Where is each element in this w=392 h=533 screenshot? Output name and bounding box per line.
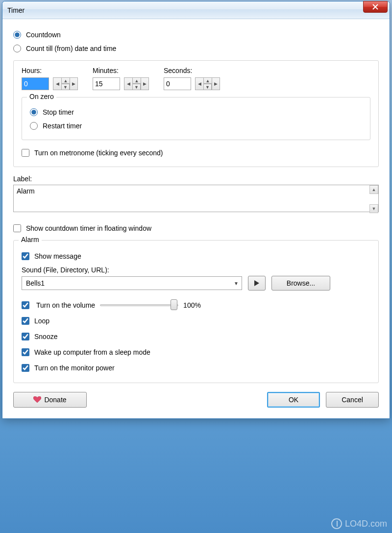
countdown-radio-input[interactable] — [13, 31, 21, 39]
donate-label: Donate — [44, 396, 66, 404]
seconds-column: Seconds: ◀ ▲ ▼ ▶ — [164, 67, 220, 90]
seconds-spinner: ◀ ▲ ▼ ▶ — [195, 77, 220, 90]
minutes-spinner: ◀ ▲ ▼ ▶ — [124, 77, 149, 90]
sound-caption: Sound (File, Directory, URL): — [22, 266, 370, 274]
seconds-up-button[interactable]: ▲ — [203, 77, 212, 84]
watermark: LO4D.com — [331, 518, 387, 529]
minutes-label: Minutes: — [93, 67, 149, 74]
count-till-radio-label: Count till (from) date and time — [26, 45, 116, 52]
volume-checkbox-input[interactable] — [22, 301, 29, 309]
alarm-group: Alarm Show message Sound (File, Director… — [13, 240, 379, 383]
minutes-right-button[interactable]: ▶ — [141, 77, 149, 90]
hours-down-button[interactable]: ▼ — [61, 84, 70, 90]
close-icon — [372, 4, 378, 10]
restart-timer-label: Restart timer — [43, 122, 82, 130]
restart-timer-radio[interactable]: Restart timer — [30, 119, 362, 133]
countdown-radio-label: Countdown — [26, 31, 61, 39]
minutes-up-button[interactable]: ▲ — [132, 77, 141, 84]
label-section: Label: ▲ ▼ — [13, 175, 379, 214]
slider-track — [100, 304, 178, 306]
wake-computer-checkbox[interactable]: Wake up computer from a sleep mode — [22, 344, 370, 360]
seconds-label: Seconds: — [164, 67, 220, 74]
heart-icon — [33, 396, 41, 403]
minutes-input[interactable] — [93, 77, 120, 90]
hours-up-button[interactable]: ▲ — [61, 77, 70, 84]
hours-column: Hours: ◀ ▲ ▼ ▶ — [22, 67, 78, 90]
monitor-power-label: Turn on the monitor power — [34, 364, 115, 372]
sound-value: Bells1 — [26, 279, 45, 287]
restart-timer-radio-input[interactable] — [30, 122, 38, 130]
play-icon — [254, 280, 260, 287]
count-till-radio-input[interactable] — [13, 45, 21, 52]
close-button[interactable] — [363, 1, 388, 13]
loop-label: Loop — [34, 317, 49, 325]
loop-checkbox-input[interactable] — [22, 317, 29, 325]
metronome-label: Turn on metronome (ticking every second) — [34, 149, 163, 157]
label-textarea[interactable] — [13, 185, 379, 212]
hours-right-button[interactable]: ▶ — [70, 77, 78, 90]
snooze-checkbox-input[interactable] — [22, 333, 29, 340]
label-caption: Label: — [13, 175, 379, 183]
mode-count-till-radio[interactable]: Count till (from) date and time — [13, 42, 379, 55]
minutes-column: Minutes: ◀ ▲ ▼ ▶ — [93, 67, 149, 90]
volume-row: Turn on the volume 100% — [22, 297, 370, 313]
minutes-down-button[interactable]: ▼ — [132, 84, 141, 90]
hours-input[interactable] — [22, 77, 49, 90]
window-title: Timer — [2, 6, 24, 14]
seconds-input[interactable] — [164, 77, 191, 90]
ok-button[interactable]: OK — [267, 392, 320, 408]
seconds-down-button[interactable]: ▼ — [203, 84, 212, 90]
label-scroll-down[interactable]: ▼ — [369, 204, 378, 213]
hours-left-button[interactable]: ◀ — [53, 77, 61, 90]
chevron-down-icon: ▼ — [234, 281, 239, 286]
floating-window-label: Show countdown timer in floating window — [26, 224, 151, 232]
volume-slider[interactable] — [100, 300, 178, 310]
monitor-power-checkbox[interactable]: Turn on the monitor power — [22, 360, 370, 376]
stop-timer-label: Stop timer — [43, 108, 74, 116]
cancel-button[interactable]: Cancel — [326, 392, 379, 408]
mode-countdown-radio[interactable]: Countdown — [13, 28, 379, 42]
watermark-text: LO4D.com — [345, 519, 387, 529]
seconds-right-button[interactable]: ▶ — [212, 77, 220, 90]
minutes-left-button[interactable]: ◀ — [124, 77, 132, 90]
show-message-label: Show message — [34, 252, 81, 260]
wake-computer-label: Wake up computer from a sleep mode — [34, 348, 150, 356]
floating-window-checkbox[interactable]: Show countdown timer in floating window — [13, 221, 379, 235]
metronome-checkbox[interactable]: Turn on metronome (ticking every second) — [22, 146, 370, 160]
donate-button[interactable]: Donate — [13, 392, 87, 408]
stop-timer-radio-input[interactable] — [30, 108, 38, 116]
on-zero-legend: On zero — [27, 93, 56, 100]
volume-label: Turn on the volume — [36, 301, 95, 309]
label-scroll-up[interactable]: ▲ — [369, 185, 378, 194]
snooze-checkbox[interactable]: Snooze — [22, 329, 370, 344]
time-group: Hours: ◀ ▲ ▼ ▶ Minute — [13, 60, 379, 167]
dialog-footer: Donate OK Cancel — [13, 392, 379, 408]
volume-percent: 100% — [183, 301, 201, 309]
sound-dropdown[interactable]: Bells1 ▼ — [22, 276, 242, 290]
play-sound-button[interactable] — [248, 276, 266, 291]
hours-spinner: ◀ ▲ ▼ ▶ — [53, 77, 78, 90]
titlebar[interactable]: Timer — [2, 1, 390, 19]
stop-timer-radio[interactable]: Stop timer — [30, 105, 362, 119]
watermark-icon — [331, 518, 342, 529]
snooze-label: Snooze — [34, 333, 57, 340]
timer-dialog: Timer Countdown Count till (from) date a… — [2, 1, 390, 419]
show-message-checkbox-input[interactable] — [22, 252, 29, 260]
wake-computer-checkbox-input[interactable] — [22, 348, 29, 356]
hours-label: Hours: — [22, 67, 78, 74]
dialog-body: Countdown Count till (from) date and tim… — [2, 19, 390, 418]
seconds-left-button[interactable]: ◀ — [195, 77, 203, 90]
slider-thumb[interactable] — [171, 299, 177, 310]
metronome-checkbox-input[interactable] — [22, 149, 29, 157]
browse-button[interactable]: Browse... — [271, 276, 330, 291]
loop-checkbox[interactable]: Loop — [22, 313, 370, 329]
on-zero-group: On zero Stop timer Restart timer — [22, 97, 370, 140]
floating-window-checkbox-input[interactable] — [13, 224, 21, 232]
alarm-legend: Alarm — [19, 236, 42, 243]
show-message-checkbox[interactable]: Show message — [22, 248, 370, 264]
monitor-power-checkbox-input[interactable] — [22, 364, 29, 372]
